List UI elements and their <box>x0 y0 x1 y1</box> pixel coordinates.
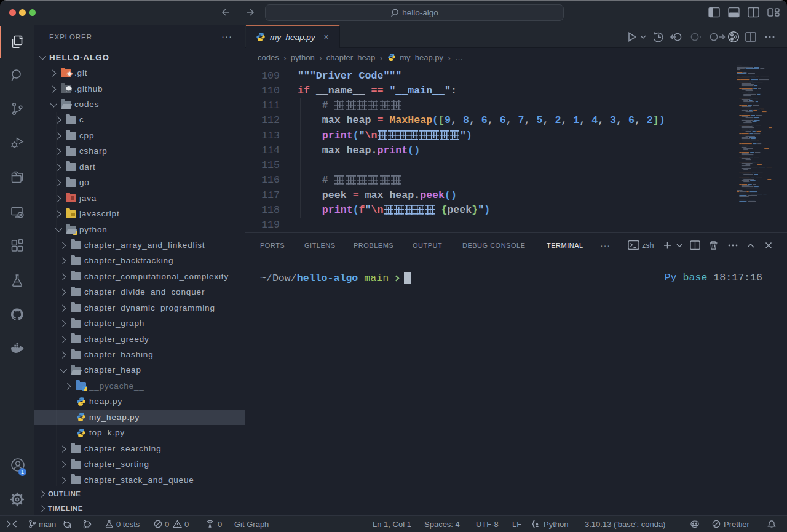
svg-text:zsh: zsh <box>642 241 654 250</box>
